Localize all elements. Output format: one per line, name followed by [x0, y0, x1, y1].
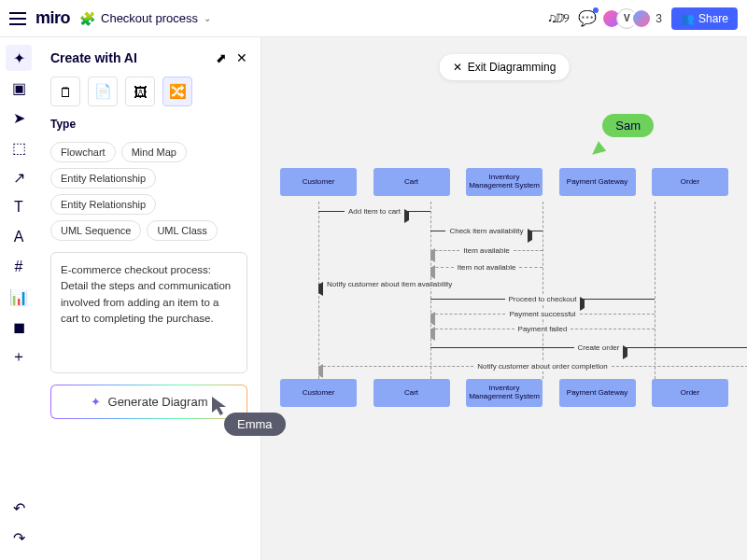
- message-arrow: Item available: [430, 246, 543, 255]
- miro-logo: miro: [35, 8, 70, 28]
- chip-uml-sequence[interactable]: UML Sequence: [50, 220, 141, 241]
- participant-node: Customer: [280, 168, 357, 198]
- line-tool[interactable]: ↗: [6, 164, 32, 190]
- chip-entity-relationship[interactable]: Entity Relationship: [50, 168, 156, 189]
- board-name-dropdown[interactable]: 🧩 Checkout process ⌄: [79, 11, 211, 26]
- add-tool[interactable]: ＋: [6, 343, 32, 370]
- participant-label: Payment Gateway: [559, 379, 636, 407]
- left-toolbar: ✦ ▣ ➤ ⬚ ↗ T A # 📊 ◼ ＋ ↶ ↷: [0, 37, 37, 560]
- share-button[interactable]: 👥 Share: [671, 7, 738, 30]
- ai-sparkle-tool[interactable]: ✦: [6, 45, 32, 71]
- undo-button[interactable]: ↶: [6, 495, 32, 521]
- mode-doc[interactable]: 📄: [88, 77, 118, 106]
- redo-button[interactable]: ↷: [6, 525, 32, 551]
- chip-uml-class[interactable]: UML Class: [147, 220, 217, 241]
- board-name-text: Checkout process: [101, 11, 198, 25]
- participant-node: Inventory Management System: [466, 168, 543, 198]
- participant-label: Customer: [280, 379, 357, 407]
- sparkle-icon: ✦: [91, 395, 101, 409]
- pen-tool[interactable]: A: [6, 224, 32, 250]
- chip-mindmap[interactable]: Mind Map: [121, 142, 187, 162]
- create-with-ai-panel: Create with AI ⬈ ✕ 🗒 📄 🖼 🔀 Type Flowchar…: [37, 37, 261, 560]
- collaborator-cursor-sam: Sam: [602, 114, 654, 158]
- menu-icon[interactable]: [9, 12, 26, 25]
- type-chips: Flowchart Mind Map Entity Relationship E…: [50, 142, 247, 241]
- message-arrow: Item not available: [430, 263, 543, 272]
- lifeline: [655, 202, 655, 379]
- participant-node: Cart: [374, 379, 450, 407]
- message-arrow: Notify customer about order completion: [318, 362, 747, 371]
- chart-tool[interactable]: 📊: [6, 284, 32, 310]
- participant-node: Order: [652, 379, 728, 407]
- collaborator-cursor-emma: Emma: [211, 396, 228, 416]
- share-icon: 👥: [681, 12, 695, 25]
- chevron-down-icon: ⌄: [204, 13, 211, 23]
- templates-tool[interactable]: ▣: [6, 75, 32, 101]
- canvas[interactable]: ✕ Exit Diagramming Sam CustomerCartInven…: [261, 37, 747, 560]
- prompt-input[interactable]: [50, 252, 247, 373]
- message-arrow: Check item availability: [430, 227, 543, 235]
- participant-label: Order: [652, 379, 728, 407]
- topbar-right: ♫ⅅ୨ 💬 V 3 👥 Share: [547, 7, 738, 30]
- shapes-tool[interactable]: ⬚: [6, 134, 32, 161]
- presence-count: 3: [655, 12, 662, 25]
- participant-label: Payment Gateway: [559, 168, 636, 196]
- close-icon[interactable]: ✕: [236, 50, 247, 65]
- message-arrow: Notify customer about item availability: [318, 280, 430, 288]
- presence-avatars[interactable]: V 3: [607, 8, 662, 29]
- participant-node: Order: [652, 168, 728, 198]
- mode-image[interactable]: 🖼: [125, 77, 155, 106]
- select-tool[interactable]: ➤: [6, 105, 32, 131]
- participant-label: Inventory Management System: [466, 168, 543, 196]
- participant-label: Customer: [280, 168, 357, 196]
- message-arrow: Create order: [430, 343, 747, 352]
- cursor-pointer-icon: [211, 396, 228, 416]
- participant-label: Cart: [374, 379, 450, 407]
- lifeline: [543, 202, 543, 379]
- board-emoji-icon: 🧩: [79, 11, 95, 26]
- cursor-pointer-icon: [592, 141, 609, 160]
- participant-label: Cart: [374, 168, 450, 196]
- exit-diagramming-button[interactable]: ✕ Exit Diagramming: [440, 54, 570, 80]
- apps-tool[interactable]: ◼: [6, 314, 32, 340]
- notifications-icon[interactable]: 💬: [577, 8, 598, 29]
- message-arrow: Proceed to checkout: [430, 295, 655, 303]
- chip-entity-relationship-2[interactable]: Entity Relationship: [50, 194, 156, 215]
- panel-title: Create with AI: [50, 50, 137, 65]
- participant-label: Order: [652, 168, 728, 196]
- mode-diagram[interactable]: 🔀: [162, 77, 192, 106]
- participant-node: Cart: [374, 168, 450, 198]
- participant-node: Inventory Management System: [466, 379, 543, 407]
- participant-node: Payment Gateway: [559, 168, 636, 198]
- type-label: Type: [50, 118, 247, 131]
- text-tool[interactable]: T: [6, 194, 32, 220]
- expand-icon[interactable]: ⬈: [216, 50, 227, 65]
- close-icon: ✕: [453, 61, 462, 74]
- frame-tool[interactable]: #: [6, 254, 32, 280]
- mode-note[interactable]: 🗒: [50, 77, 80, 106]
- message-arrow: Payment failed: [430, 325, 655, 333]
- top-bar: miro 🧩 Checkout process ⌄ ♫ⅅ୨ 💬 V 3 👥 Sh…: [0, 0, 747, 37]
- participant-label: Inventory Management System: [466, 379, 543, 407]
- participant-node: Payment Gateway: [559, 379, 636, 407]
- message-arrow: Payment successful: [430, 310, 655, 318]
- participant-node: Customer: [280, 379, 357, 407]
- topbar-left: miro 🧩 Checkout process ⌄: [9, 8, 211, 28]
- sequence-diagram: CustomerCartInventory Management SystemP…: [280, 168, 728, 407]
- mode-selector: 🗒 📄 🖼 🔀: [50, 77, 247, 106]
- avatar: [631, 8, 652, 29]
- chip-flowchart[interactable]: Flowchart: [50, 142, 116, 162]
- message-arrow: Add item to cart: [318, 207, 430, 216]
- music-icon[interactable]: ♫ⅅ୨: [547, 11, 569, 26]
